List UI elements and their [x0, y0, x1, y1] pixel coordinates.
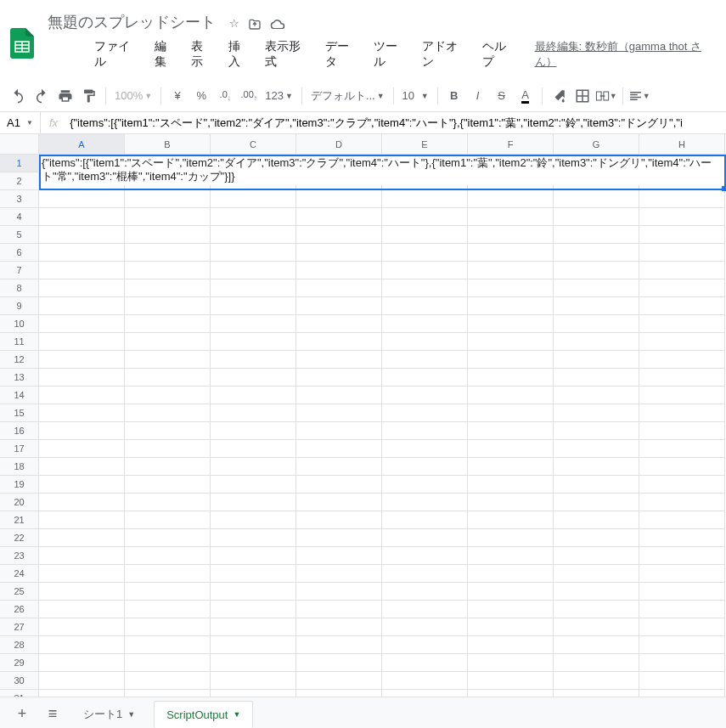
column-header-d[interactable]: D [296, 134, 382, 154]
row-header-21[interactable]: 21 [0, 511, 38, 529]
undo-button[interactable] [7, 85, 29, 107]
menu-insert[interactable]: 挿入 [222, 36, 257, 73]
row-header-1[interactable]: 1 [0, 155, 38, 172]
row-header-10[interactable]: 10 [0, 315, 38, 333]
row-header-7[interactable]: 7 [0, 262, 38, 279]
decrease-decimal-button[interactable]: .0↓ [214, 85, 236, 107]
row-headers: 1234567891011121314151617181920212223242… [0, 155, 39, 697]
row-header-20[interactable]: 20 [0, 494, 38, 511]
row-header-5[interactable]: 5 [0, 226, 38, 244]
menu-view[interactable]: 表示 [185, 36, 220, 73]
document-title[interactable]: 無題のスプレッドシート [44, 10, 219, 34]
row-header-27[interactable]: 27 [0, 618, 38, 636]
column-header-c[interactable]: C [211, 134, 296, 154]
row-header-30[interactable]: 30 [0, 672, 38, 690]
name-box[interactable]: A1▼ [0, 112, 41, 133]
row-header-22[interactable]: 22 [0, 529, 38, 547]
column-header-g[interactable]: G [554, 134, 639, 154]
menu-format[interactable]: 表示形式 [259, 36, 318, 73]
row-header-6[interactable]: 6 [0, 244, 38, 262]
row-header-3[interactable]: 3 [0, 190, 38, 208]
row-header-14[interactable]: 14 [0, 387, 38, 404]
last-edit-link[interactable]: 最終編集: 数秒前（gamma thot さん） [535, 39, 719, 70]
row-header-4[interactable]: 4 [0, 208, 38, 226]
merge-button[interactable]: ▼ [595, 85, 617, 107]
strikethrough-button[interactable]: S [491, 85, 513, 107]
sheet-tab-scriptoutput[interactable]: ScriptOutput▼ [154, 701, 253, 728]
increase-decimal-button[interactable]: .00↑ [238, 85, 260, 107]
number-format-dropdown[interactable]: 123▼ [262, 89, 296, 102]
star-icon[interactable]: ☆ [229, 17, 239, 31]
print-button[interactable] [54, 85, 76, 107]
row-header-25[interactable]: 25 [0, 583, 38, 601]
borders-button[interactable] [571, 85, 594, 107]
column-header-b[interactable]: B [125, 134, 211, 154]
fx-label: fx [41, 116, 66, 129]
row-header-19[interactable]: 19 [0, 476, 38, 494]
column-header-f[interactable]: F [468, 134, 554, 154]
column-headers: ABCDEFGH [0, 134, 726, 155]
row-header-16[interactable]: 16 [0, 422, 38, 440]
font-dropdown[interactable]: デフォルト...▼ [307, 88, 388, 104]
formula-input[interactable]: {"items":[{"item1":"スペード","item2":"ダイア",… [66, 116, 726, 131]
row-header-23[interactable]: 23 [0, 547, 38, 565]
move-icon[interactable] [248, 17, 262, 31]
column-header-e[interactable]: E [382, 134, 468, 154]
cloud-icon[interactable] [270, 17, 285, 31]
fill-color-button[interactable] [548, 85, 570, 107]
zoom-dropdown[interactable]: 100%▼ [111, 89, 155, 102]
cells-grid[interactable]: {"items":[{"item1":"スペード","item2":"ダイア",… [39, 155, 726, 697]
text-color-button[interactable]: A [515, 85, 537, 107]
row-header-18[interactable]: 18 [0, 458, 38, 476]
sheets-logo[interactable] [7, 28, 37, 59]
row-header-17[interactable]: 17 [0, 440, 38, 458]
row-header-31[interactable]: 31 [0, 690, 38, 697]
select-all-corner[interactable] [0, 134, 39, 154]
horizontal-align-button[interactable]: ▼ [628, 85, 650, 107]
row-header-12[interactable]: 12 [0, 351, 38, 369]
row-header-26[interactable]: 26 [0, 601, 38, 618]
row-header-13[interactable]: 13 [0, 369, 38, 387]
toolbar: 100%▼ ¥ % .0↓ .00↑ 123▼ デフォルト...▼ 10 ▼ B… [0, 80, 726, 112]
all-sheets-button[interactable]: ≡ [41, 703, 65, 726]
menu-data[interactable]: データ [319, 36, 366, 73]
row-header-24[interactable]: 24 [0, 565, 38, 583]
row-header-28[interactable]: 28 [0, 636, 38, 654]
menu-help[interactable]: ヘルプ [476, 36, 523, 73]
paint-format-button[interactable] [78, 85, 100, 107]
menu-addons[interactable]: アドオン [416, 36, 475, 73]
row-header-29[interactable]: 29 [0, 654, 38, 672]
add-sheet-button[interactable]: + [10, 703, 34, 726]
italic-button[interactable]: I [467, 85, 489, 107]
cell-a1-overflow: {"items":[{"item1":"スペード","item2":"ダイア",… [39, 155, 726, 185]
row-header-11[interactable]: 11 [0, 333, 38, 351]
redo-button[interactable] [31, 85, 53, 107]
row-header-2[interactable]: 2 [0, 172, 38, 190]
menu-file[interactable]: ファイル [88, 36, 147, 73]
menu-tools[interactable]: ツール [368, 36, 414, 73]
sheet-tab-1[interactable]: シート1▼ [71, 700, 147, 729]
font-size-dropdown[interactable]: 10 ▼ [399, 89, 432, 102]
row-header-8[interactable]: 8 [0, 279, 38, 297]
column-header-h[interactable]: H [639, 134, 725, 154]
percent-button[interactable]: % [190, 85, 212, 107]
row-header-9[interactable]: 9 [0, 297, 38, 315]
column-header-a[interactable]: A [39, 134, 125, 154]
currency-button[interactable]: ¥ [166, 85, 189, 107]
bold-button[interactable]: B [443, 85, 465, 107]
menu-edit[interactable]: 編集 [149, 36, 183, 73]
row-header-15[interactable]: 15 [0, 404, 38, 422]
